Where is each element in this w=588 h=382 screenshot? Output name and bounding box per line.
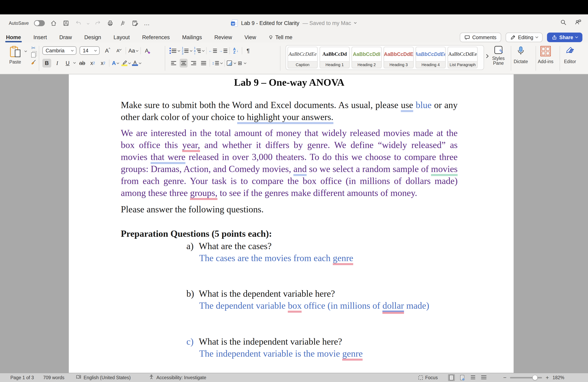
editing-mode-button[interactable]: Editing	[505, 33, 542, 42]
text-effects-button[interactable]: A	[111, 59, 120, 68]
zoom-level[interactable]: 182%	[553, 375, 564, 381]
align-center-button[interactable]	[180, 59, 188, 68]
style-heading-1[interactable]: AaBbCcDdHeading 1	[320, 47, 350, 68]
italic-button[interactable]: I	[53, 59, 62, 68]
title-chevron-icon[interactable]	[354, 21, 357, 24]
decrease-indent-button[interactable]: ←	[209, 46, 217, 55]
word-app-window: AutoSave … W Lab 9 - Edited for Clarity …	[0, 0, 588, 382]
style-caption[interactable]: AaBbCcDdEeCaption	[288, 47, 318, 68]
styles-gallery-expand-icon[interactable]	[484, 54, 489, 58]
page-indicator[interactable]: Page 1 of 3	[10, 373, 34, 382]
focus-mode-button[interactable]: Focus	[419, 373, 438, 382]
tab-design[interactable]: Design	[84, 32, 102, 43]
tab-tell-me[interactable]: Tell me	[268, 32, 293, 43]
tab-layout[interactable]: Layout	[113, 32, 131, 43]
shading-button[interactable]	[227, 59, 236, 68]
document-canvas[interactable]: Lab 9 – One-way ANOVA Make sure to submi…	[0, 74, 588, 373]
undo-chevron-icon[interactable]	[87, 22, 89, 25]
font-size-chevron-icon	[94, 49, 97, 52]
toggle-knob	[35, 21, 39, 26]
tab-home[interactable]: Home	[5, 32, 22, 43]
underline-button[interactable]: U	[63, 59, 72, 68]
paste-chevron-icon[interactable]	[24, 50, 27, 52]
zoom-in-button[interactable]: +	[546, 376, 549, 380]
tab-mailings[interactable]: Mailings	[181, 32, 203, 43]
clear-formatting-button[interactable]: A◆	[143, 46, 152, 55]
show-paragraph-marks-button[interactable]: ¶	[244, 46, 252, 55]
autosave-toggle[interactable]	[34, 20, 45, 26]
accessibility-person-icon	[149, 374, 154, 381]
document-title[interactable]: Lab 9 - Edited for Clarity	[241, 20, 299, 26]
line-spacing-button[interactable]: ↕	[212, 59, 222, 68]
cut-icon[interactable]: ✂	[31, 45, 36, 51]
font-size-select[interactable]: 14	[80, 46, 100, 55]
numbering-button[interactable]: 123	[182, 46, 192, 55]
print-icon[interactable]	[106, 19, 114, 27]
sort-button[interactable]: AZ↓	[232, 46, 240, 55]
style-heading-2[interactable]: AaBbCcDdIHeading 2	[352, 47, 382, 68]
style-heading-3[interactable]: AaBbCcDdEHeading 3	[384, 47, 414, 68]
presence-icon[interactable]	[575, 19, 582, 27]
styles-pane-button[interactable]: ✎ Styles Pane	[489, 46, 508, 66]
undo-icon[interactable]	[75, 19, 82, 27]
share-button[interactable]: Share	[547, 33, 582, 42]
align-right-button[interactable]	[189, 59, 198, 68]
pen-icon[interactable]	[119, 19, 126, 27]
draft-view-button[interactable]	[480, 374, 487, 381]
tab-references[interactable]: References	[141, 32, 171, 43]
comments-button[interactable]: Comments	[460, 33, 501, 42]
tab-view[interactable]: View	[244, 32, 257, 43]
tab-draw[interactable]: Draw	[59, 32, 73, 43]
multilevel-list-button[interactable]: 1ai	[194, 46, 204, 55]
text-segment: so we select a random sample of	[307, 164, 431, 174]
save-icon[interactable]	[63, 19, 70, 27]
align-left-button[interactable]	[169, 59, 178, 68]
change-case-button[interactable]: Aa	[128, 46, 138, 55]
shrink-font-button[interactable]: A	[114, 46, 123, 55]
bold-button[interactable]: B	[42, 59, 51, 68]
underline-chevron-icon[interactable]	[73, 61, 76, 64]
format-painter-icon[interactable]	[30, 59, 36, 67]
save-as-icon[interactable]	[131, 19, 139, 27]
zoom-out-button[interactable]: −	[503, 376, 506, 380]
tab-insert[interactable]: Insert	[33, 32, 48, 43]
proofing-status[interactable]: English (United States)	[76, 373, 131, 382]
borders-button[interactable]: ⊞	[238, 59, 246, 68]
style-list-paragraph[interactable]: AaBbCcDdEeList Paragraph	[448, 47, 478, 68]
document-page[interactable]: Lab 9 – One-way ANOVA Make sure to submi…	[69, 74, 514, 373]
strikethrough-button[interactable]: ab	[78, 59, 87, 68]
redo-icon[interactable]	[94, 19, 101, 27]
subscript-button[interactable]: x2	[88, 59, 97, 68]
home-icon[interactable]	[50, 19, 57, 27]
question-b-label: b)	[186, 288, 199, 300]
outline-view-button[interactable]	[470, 374, 476, 381]
prep-questions-heading: Preparation Questions (5 points each):	[121, 228, 458, 240]
more-commands-icon[interactable]: …	[144, 20, 150, 27]
zoom-slider[interactable]	[510, 377, 542, 378]
bullets-button[interactable]	[169, 46, 180, 55]
grow-font-button[interactable]: A^	[103, 46, 112, 55]
highlight-color-button[interactable]	[121, 59, 130, 68]
copy-icon[interactable]	[31, 52, 36, 57]
superscript-button[interactable]: x2	[99, 59, 107, 68]
print-layout-view-button[interactable]	[448, 374, 455, 381]
web-layout-view-button[interactable]	[459, 374, 466, 381]
text-segment: year,	[182, 140, 200, 150]
text-segment: Make sure to submit both the Word and Ex…	[121, 100, 401, 110]
tab-review[interactable]: Review	[214, 32, 233, 43]
justify-button[interactable]	[200, 59, 208, 68]
font-name-select[interactable]: Cambria	[42, 46, 76, 55]
style-heading-4[interactable]: AaBbCcDdEeHeading 4	[416, 47, 446, 68]
add-ins-button[interactable]: Add-ins	[536, 46, 555, 64]
search-icon[interactable]	[560, 19, 567, 27]
zoom-slider-knob[interactable]	[532, 375, 538, 380]
editor-button[interactable]: Editor	[561, 46, 579, 64]
focus-icon	[419, 375, 423, 380]
increase-indent-button[interactable]: →	[219, 46, 227, 55]
text-segment: that were	[151, 152, 185, 162]
paste-button[interactable]: Paste	[6, 46, 24, 64]
font-color-button[interactable]: A	[132, 59, 141, 68]
word-count[interactable]: 709 words	[43, 373, 64, 382]
dictate-button[interactable]: Dictate	[512, 46, 530, 64]
accessibility-status[interactable]: Accessibility: Investigate	[149, 373, 206, 382]
